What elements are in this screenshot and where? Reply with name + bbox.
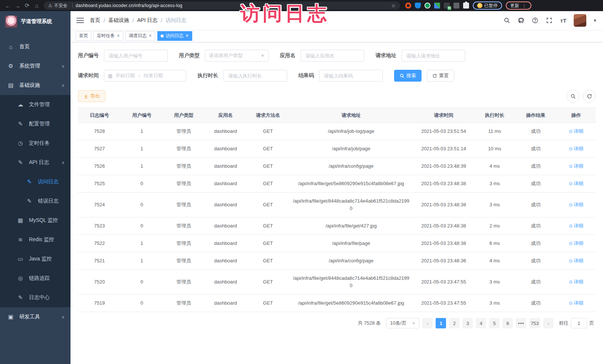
extension-icon[interactable] xyxy=(453,3,459,9)
page-button-4[interactable]: 4 xyxy=(476,318,486,328)
close-icon[interactable]: ✕ xyxy=(117,33,120,38)
request-time-range-picker[interactable]: ▦ 开始日期 ~ 结束日期 xyxy=(104,70,186,82)
app-logo[interactable]: 芋道管理系统 xyxy=(0,11,71,32)
sidebar-item-job[interactable]: ◷定时任务 xyxy=(0,134,71,153)
browser-back-icon[interactable]: ← xyxy=(3,3,13,9)
profile-paused-badge[interactable]: 已暂停 xyxy=(473,1,502,10)
cell-method: GET xyxy=(246,140,289,158)
page-button-3[interactable]: 3 xyxy=(462,318,473,328)
search-button[interactable]: 搜索 xyxy=(394,70,422,82)
more-pages-icon[interactable]: ••• xyxy=(516,318,526,328)
next-page-button[interactable]: › xyxy=(543,318,554,328)
page-size-select[interactable]: 10条/页 ▼ xyxy=(386,318,419,328)
sidebar-item-mysql[interactable]: ▦MySQL 监控 xyxy=(0,211,71,230)
result-code-input[interactable] xyxy=(319,70,383,82)
detail-link[interactable]: ⊙详细 xyxy=(569,223,583,229)
search-icon[interactable] xyxy=(503,17,511,24)
bookmark-star-icon[interactable]: ☆ xyxy=(391,3,396,9)
breadcrumb-item[interactable]: 首页 xyxy=(90,17,100,24)
tab-访问日志[interactable]: 访问日志✕ xyxy=(157,31,192,41)
extensions-puzzle-icon[interactable] xyxy=(463,3,469,9)
sidebar-item-redis[interactable]: ≋Redis 监控 xyxy=(0,230,71,249)
browser-reload-icon[interactable]: ⟳ xyxy=(22,2,32,9)
browser-forward-icon[interactable]: → xyxy=(13,3,22,9)
prev-page-button[interactable]: ‹ xyxy=(422,318,433,328)
user-id-input[interactable] xyxy=(104,50,168,62)
sidebar-item-api-log[interactable]: ✎API 日志∧ xyxy=(0,153,71,172)
app-name-input[interactable] xyxy=(301,50,364,62)
sidebar-item-config[interactable]: ✎配置管理 xyxy=(0,114,71,134)
breadcrumb-item[interactable]: 基础设施 xyxy=(108,17,129,24)
breadcrumb-item: 访问日志 xyxy=(166,17,186,24)
user-menu-caret-icon[interactable]: ▼ xyxy=(593,18,597,23)
detail-link[interactable]: ⊙详细 xyxy=(569,181,583,186)
sidebar-item-file[interactable]: ☁文件管理 xyxy=(0,95,71,114)
tab-定时任务[interactable]: 定时任务✕ xyxy=(94,31,123,41)
home-icon: ⌂ xyxy=(7,44,14,50)
export-button[interactable]: 导出 xyxy=(78,90,105,102)
sidebar-item-error-log[interactable]: ✎错误日志 xyxy=(0,191,71,211)
page-content: 用户编号 用户类型 请选择用户类型 ▼ 应用名 请求地址 xyxy=(71,42,603,364)
font-size-icon[interactable]: ᴛT xyxy=(560,17,567,24)
detail-link[interactable]: ⊙详细 xyxy=(569,258,583,263)
sidebar-item-dev-tools[interactable]: ▣研发工具∨ xyxy=(0,307,71,327)
breadcrumb-item[interactable]: API 日志 xyxy=(137,17,157,24)
page-button-6[interactable]: 6 xyxy=(502,318,513,328)
browser-update-button[interactable]: 更新 ⋮ xyxy=(506,1,531,10)
breadcrumb-separator: / xyxy=(104,17,105,23)
close-icon[interactable]: ✕ xyxy=(148,33,152,38)
request-url-input[interactable] xyxy=(402,50,465,62)
extension-icon[interactable] xyxy=(434,3,440,9)
detail-link[interactable]: ⊙详细 xyxy=(569,163,583,169)
detail-link[interactable]: ⊙详细 xyxy=(569,279,583,285)
divider xyxy=(72,3,73,8)
browser-home-icon[interactable]: ⌂ xyxy=(32,3,42,9)
help-icon[interactable] xyxy=(531,17,539,24)
translate-extension-icon[interactable] xyxy=(444,3,450,9)
detail-link[interactable]: ⊙详细 xyxy=(569,300,583,306)
sidebar-item-access-log[interactable]: ✎访问日志 xyxy=(0,172,71,191)
extension-icon[interactable] xyxy=(425,3,430,9)
detail-link[interactable]: ⊙详细 xyxy=(569,128,583,134)
log-icon: ✎ xyxy=(26,178,33,185)
user-type-select[interactable]: 请选择用户类型 ▼ xyxy=(205,50,269,62)
page-button-2[interactable]: 2 xyxy=(449,318,459,328)
detail-link[interactable]: ⊙详细 xyxy=(569,202,583,207)
extension-icon[interactable] xyxy=(405,3,411,9)
browser-menu-icon[interactable]: ⋮ xyxy=(522,3,527,9)
sidebar-item-trace[interactable]: ◎链路追踪 xyxy=(0,269,71,288)
address-bar[interactable]: ⚠ 不安全 dashboard.yudao.iocoder.cn/infra/l… xyxy=(44,1,400,10)
detail-link[interactable]: ⊙详细 xyxy=(569,240,583,246)
breadcrumb: 首页/基础设施/API 日志/访问日志 xyxy=(90,17,186,24)
page-button-5[interactable]: 5 xyxy=(489,318,499,328)
refresh-table-button[interactable] xyxy=(583,90,596,102)
sidebar-item-infra[interactable]: ▤基础设施∧ xyxy=(0,76,71,95)
goto-page-input[interactable] xyxy=(571,318,587,328)
duration-input[interactable] xyxy=(223,70,287,82)
github-icon[interactable] xyxy=(517,17,525,24)
cell-id: 7522 xyxy=(78,235,121,252)
goto-label: 前往 xyxy=(559,320,568,327)
page-button-753[interactable]: 753 xyxy=(529,318,540,328)
eye-icon: ⊙ xyxy=(569,202,573,207)
detail-link[interactable]: ⊙详细 xyxy=(569,146,583,151)
fullscreen-icon[interactable] xyxy=(545,17,553,24)
tab-首页[interactable]: 首页 xyxy=(76,31,91,41)
user-id-label: 用户编号 xyxy=(78,52,99,59)
user-avatar[interactable] xyxy=(574,14,586,27)
sidebar-item-home[interactable]: ⌂首页 xyxy=(0,37,71,56)
cell-app: dashboard xyxy=(204,270,246,295)
tab-调度日志[interactable]: 调度日志✕ xyxy=(125,31,155,41)
cell-time: 2021-05-03 23:48:36 xyxy=(413,252,474,270)
sidebar-item-system[interactable]: ⚙系统管理∨ xyxy=(0,56,71,76)
cell-duration: 10 ms xyxy=(475,140,515,158)
page-button-1[interactable]: 1 xyxy=(436,318,446,328)
close-icon[interactable]: ✕ xyxy=(185,33,189,38)
cell-user_id: 1 xyxy=(121,252,163,270)
hamburger-icon[interactable] xyxy=(76,18,84,23)
sidebar-item-java[interactable]: ▭Java 监控 xyxy=(0,249,71,269)
sidebar-item-log-center[interactable]: ✎日志中心 xyxy=(0,288,71,307)
reset-button[interactable]: 重置 xyxy=(427,70,454,82)
toggle-search-button[interactable] xyxy=(567,90,579,102)
extension-icon[interactable] xyxy=(415,3,421,9)
